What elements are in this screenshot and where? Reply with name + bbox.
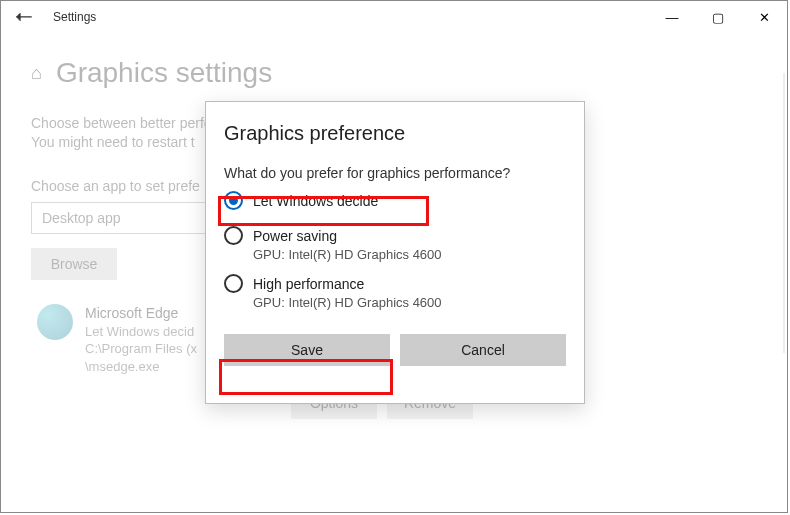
back-arrow-icon[interactable]: 🠐 — [15, 7, 33, 28]
radio-icon — [224, 226, 243, 245]
radio-label: Power saving — [253, 228, 337, 244]
graphics-preference-dialog: Graphics preference What do you prefer f… — [205, 101, 585, 404]
titlebar-label: Settings — [53, 10, 96, 24]
app-path-line1: C:\Program Files (x — [85, 340, 197, 358]
dialog-title: Graphics preference — [224, 122, 566, 145]
power-saving-gpu-label: GPU: Intel(R) HD Graphics 4600 — [253, 247, 566, 262]
home-icon: ⌂ — [31, 63, 42, 84]
app-pref: Let Windows decid — [85, 323, 197, 341]
browse-button[interactable]: Browse — [31, 248, 117, 280]
page-title: Graphics settings — [56, 57, 272, 89]
minimize-button[interactable]: — — [649, 1, 695, 33]
radio-power-saving[interactable]: Power saving — [224, 226, 566, 245]
radio-icon — [224, 191, 243, 210]
radio-high-performance[interactable]: High performance — [224, 274, 566, 293]
high-performance-gpu-label: GPU: Intel(R) HD Graphics 4600 — [253, 295, 566, 310]
cancel-button[interactable]: Cancel — [400, 334, 566, 366]
app-name: Microsoft Edge — [85, 304, 197, 323]
radio-icon — [224, 274, 243, 293]
maximize-button[interactable]: ▢ — [695, 1, 741, 33]
save-button[interactable]: Save — [224, 334, 390, 366]
dialog-question: What do you prefer for graphics performa… — [224, 165, 566, 181]
radio-let-windows-decide[interactable]: Let Windows decide — [224, 191, 566, 210]
radio-label: High performance — [253, 276, 364, 292]
page-desc-line2: You might need to restart t — [31, 134, 195, 150]
titlebar: 🠐 Settings — ▢ ✕ — [1, 1, 787, 33]
dropdown-value: Desktop app — [42, 210, 121, 226]
radio-label: Let Windows decide — [253, 193, 378, 209]
scrollbar[interactable] — [783, 73, 785, 353]
app-path-line2: \msedge.exe — [85, 358, 197, 376]
close-button[interactable]: ✕ — [741, 1, 787, 33]
settings-window: 🠐 Settings — ▢ ✕ ⌂ Graphics settings Cho… — [0, 0, 788, 513]
edge-icon — [37, 304, 73, 340]
